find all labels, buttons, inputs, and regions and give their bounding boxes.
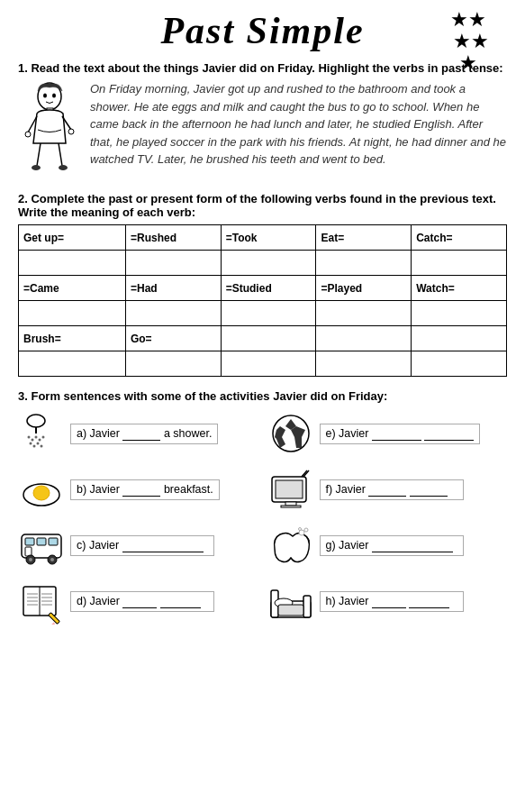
cell-brush-ans[interactable] bbox=[19, 351, 126, 377]
cell-brush: Brush= bbox=[19, 326, 126, 351]
cell-eat-ans[interactable] bbox=[316, 251, 412, 276]
sentence-h-text: h) Javier bbox=[320, 591, 508, 612]
cell-eat: Eat= bbox=[316, 225, 412, 251]
svg-point-5 bbox=[68, 129, 74, 134]
sentence-f: f) Javier bbox=[267, 466, 508, 513]
svg-rect-30 bbox=[285, 502, 296, 506]
cell-go-ans[interactable] bbox=[125, 351, 221, 377]
section-1-instruction: Read the text about the things Javier di… bbox=[28, 61, 503, 75]
cell-rushed-ans[interactable] bbox=[125, 251, 221, 276]
cell-studied: =Studied bbox=[221, 276, 316, 301]
cell-watch-ans[interactable] bbox=[412, 301, 507, 326]
cell-catch: Catch= bbox=[412, 225, 507, 251]
character-svg bbox=[21, 80, 79, 179]
icon-teeth bbox=[267, 522, 314, 569]
icon-soccer bbox=[267, 410, 314, 457]
section-2-title: 2. Complete the past or present form of … bbox=[18, 192, 507, 219]
reading-text: On Friday morning, Javier got up and rus… bbox=[90, 80, 507, 169]
svg-point-13 bbox=[42, 436, 45, 439]
sentence-d: d) Javier bbox=[18, 578, 258, 625]
section-2: 2. Complete the past or present form of … bbox=[18, 192, 507, 377]
icon-tv bbox=[267, 466, 314, 513]
cell-played: =Played bbox=[316, 276, 412, 301]
cell-came-ans[interactable] bbox=[19, 301, 126, 326]
cell-empty1 bbox=[221, 326, 316, 351]
svg-rect-38 bbox=[25, 547, 32, 556]
icon-bus bbox=[18, 522, 65, 569]
cell-had: =Had bbox=[125, 276, 221, 301]
sentence-g: g) Javier bbox=[267, 522, 508, 569]
stars-decoration: ★★ ★★★ bbox=[448, 9, 489, 75]
cell-catch-ans[interactable] bbox=[412, 251, 507, 276]
svg-rect-31 bbox=[281, 506, 301, 507]
svg-point-42 bbox=[50, 558, 54, 561]
cell-getup-ans[interactable] bbox=[19, 251, 126, 276]
section-1: 1. Read the text about the things Javier… bbox=[18, 61, 507, 179]
svg-point-17 bbox=[41, 445, 43, 448]
sentence-e: e) Javier bbox=[267, 410, 508, 457]
svg-point-27 bbox=[33, 486, 50, 500]
sentence-b-text: b) Javier breakfast. bbox=[70, 479, 258, 500]
svg-point-4 bbox=[25, 132, 31, 137]
cell-empty3 bbox=[412, 326, 507, 351]
cell-empty2 bbox=[316, 326, 412, 351]
icon-eggs bbox=[18, 466, 65, 513]
cell-studied-ans[interactable] bbox=[221, 301, 316, 326]
svg-point-1 bbox=[43, 94, 47, 98]
svg-rect-29 bbox=[276, 480, 303, 498]
cell-empty6 bbox=[412, 351, 507, 377]
sentence-c-text: c) Javier bbox=[70, 535, 258, 556]
section-1-title: 1. Read the text about the things Javier… bbox=[18, 61, 507, 75]
cell-took-ans[interactable] bbox=[221, 251, 316, 276]
svg-point-15 bbox=[33, 445, 36, 448]
cell-took: =Took bbox=[221, 225, 316, 251]
section-2-instruction: Complete the past or present form of the… bbox=[18, 192, 496, 219]
icon-shower bbox=[18, 410, 65, 457]
svg-point-7 bbox=[59, 165, 68, 170]
svg-point-6 bbox=[32, 165, 41, 170]
svg-point-9 bbox=[28, 436, 31, 439]
cell-had-ans[interactable] bbox=[125, 301, 221, 326]
svg-rect-62 bbox=[303, 596, 311, 617]
cell-watch: Watch= bbox=[412, 276, 507, 301]
section-3-instruction: Form sentences with some of the activiti… bbox=[28, 389, 388, 403]
section-3: 3. Form sentences with some of the activ… bbox=[18, 389, 507, 630]
svg-point-16 bbox=[37, 442, 40, 445]
svg-rect-64 bbox=[278, 605, 303, 616]
cell-empty5 bbox=[316, 351, 412, 377]
verb-table: Get up= =Rushed =Took Eat= Catch= =Came … bbox=[18, 224, 507, 377]
sentence-g-text: g) Javier bbox=[320, 535, 508, 556]
svg-point-47 bbox=[298, 528, 301, 531]
svg-point-40 bbox=[29, 558, 32, 561]
page-header: ★★ ★★★ Past Simple bbox=[18, 9, 507, 52]
svg-rect-37 bbox=[49, 538, 58, 545]
sentence-c: c) Javier bbox=[18, 522, 258, 569]
icon-book bbox=[18, 578, 65, 625]
svg-point-8 bbox=[27, 415, 45, 427]
svg-point-10 bbox=[32, 439, 34, 442]
cell-go: Go= bbox=[125, 326, 221, 351]
cell-rushed: =Rushed bbox=[125, 225, 221, 251]
section-3-number: 3. bbox=[18, 389, 28, 403]
sentence-a: a) Javier a shower. bbox=[18, 410, 258, 457]
sentence-h: h) Javier bbox=[267, 578, 508, 625]
section-1-number: 1. bbox=[18, 61, 28, 75]
svg-point-12 bbox=[39, 439, 41, 442]
reading-area: On Friday morning, Javier got up and rus… bbox=[18, 80, 507, 179]
cell-played-ans[interactable] bbox=[316, 301, 412, 326]
cell-came: =Came bbox=[19, 276, 126, 301]
svg-rect-35 bbox=[25, 538, 34, 545]
sentence-b: b) Javier breakfast. bbox=[18, 466, 258, 513]
sentence-e-text: e) Javier bbox=[320, 424, 508, 444]
icon-bed bbox=[267, 578, 314, 625]
sentence-d-text: d) Javier bbox=[70, 591, 258, 612]
page-title: Past Simple bbox=[18, 9, 507, 52]
sentence-a-text: a) Javier a shower. bbox=[70, 424, 258, 444]
character-image bbox=[18, 80, 81, 179]
svg-point-46 bbox=[304, 528, 308, 532]
section-2-number: 2. bbox=[18, 192, 28, 205]
cell-get-up: Get up= bbox=[19, 225, 126, 251]
svg-point-11 bbox=[35, 436, 38, 439]
section-3-title: 3. Form sentences with some of the activ… bbox=[18, 389, 507, 403]
cell-empty4 bbox=[221, 351, 316, 377]
